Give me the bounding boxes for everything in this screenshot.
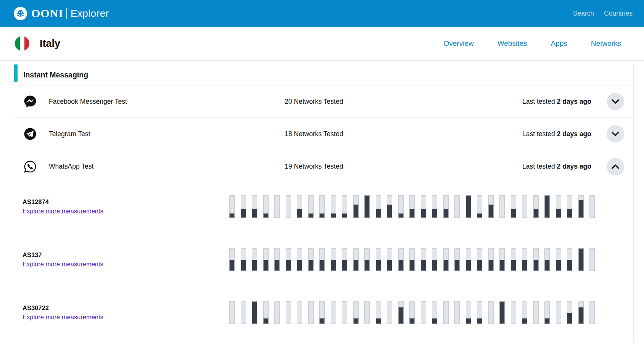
chart-bar[interactable] <box>229 248 235 271</box>
chart-bar[interactable] <box>488 195 494 218</box>
chart-bar[interactable] <box>353 248 359 271</box>
chart-bar[interactable] <box>331 248 336 271</box>
chart-bar[interactable] <box>241 301 246 324</box>
chart-bar[interactable] <box>263 195 269 218</box>
chart-bar[interactable] <box>376 248 381 271</box>
countries-link[interactable]: Countries <box>604 10 633 18</box>
chart-bar[interactable] <box>567 195 572 218</box>
chart-bar[interactable] <box>331 195 336 218</box>
chart-bar[interactable] <box>511 301 516 324</box>
tab-overview[interactable]: Overview <box>444 39 474 48</box>
chart-bar[interactable] <box>499 248 505 271</box>
chart-bar[interactable] <box>421 195 426 218</box>
chart-bar[interactable] <box>499 301 505 324</box>
chart-bar[interactable] <box>511 248 516 271</box>
chart-bar[interactable] <box>443 195 449 218</box>
chart-bar[interactable] <box>409 248 415 271</box>
chart-bar[interactable] <box>319 301 325 324</box>
chart-bar[interactable] <box>229 301 235 324</box>
chart-bar[interactable] <box>454 301 460 324</box>
chart-bar[interactable] <box>387 248 392 271</box>
chart-bar[interactable] <box>263 248 269 271</box>
chart-bar[interactable] <box>466 195 471 218</box>
chart-bar[interactable] <box>454 248 460 271</box>
chart-bar[interactable] <box>589 195 595 218</box>
tab-networks[interactable]: Networks <box>591 39 621 48</box>
chart-bar[interactable] <box>499 195 505 218</box>
chart-bar[interactable] <box>252 248 257 271</box>
chart-bar[interactable] <box>342 248 347 271</box>
chart-bar[interactable] <box>319 248 325 271</box>
chart-bar[interactable] <box>331 301 336 324</box>
chart-bar[interactable] <box>477 195 482 218</box>
chart-bar[interactable] <box>353 195 359 218</box>
chart-bar[interactable] <box>263 301 269 324</box>
chart-bar[interactable] <box>398 195 404 218</box>
chart-bar[interactable] <box>308 248 314 271</box>
chart-bar[interactable] <box>308 301 314 324</box>
chart-bar[interactable] <box>274 248 280 271</box>
chart-bar[interactable] <box>466 248 471 271</box>
chart-bar[interactable] <box>409 195 415 218</box>
chart-bar[interactable] <box>533 248 539 271</box>
chart-bar[interactable] <box>342 301 347 324</box>
collapse-button[interactable] <box>607 158 624 175</box>
chart-bar[interactable] <box>376 195 381 218</box>
chart-bar[interactable] <box>241 248 246 271</box>
tab-websites[interactable]: Websites <box>497 39 527 48</box>
chart-bar[interactable] <box>522 195 527 218</box>
explore-more-link[interactable]: Explore more measurements <box>23 261 103 268</box>
chart-bar[interactable] <box>297 195 302 218</box>
chart-bar[interactable] <box>432 195 437 218</box>
chart-bar[interactable] <box>589 248 595 271</box>
chart-bar[interactable] <box>353 301 359 324</box>
chart-bar[interactable] <box>556 301 561 324</box>
chart-bar[interactable] <box>297 301 302 324</box>
chart-bar[interactable] <box>578 301 584 324</box>
tab-apps[interactable]: Apps <box>551 39 567 48</box>
chart-bar[interactable] <box>466 301 471 324</box>
chart-bar[interactable] <box>522 248 527 271</box>
chart-bar[interactable] <box>398 301 404 324</box>
chart-bar[interactable] <box>252 301 257 324</box>
chart-bar[interactable] <box>376 301 381 324</box>
chart-bar[interactable] <box>297 248 302 271</box>
chart-bar[interactable] <box>556 195 561 218</box>
chart-bar[interactable] <box>488 248 494 271</box>
test-row-whatsapp[interactable]: WhatsApp Test 19 Networks Tested Last te… <box>14 150 633 183</box>
chart-bar[interactable] <box>578 248 584 271</box>
chart-bar[interactable] <box>286 301 291 324</box>
chart-bar[interactable] <box>589 301 595 324</box>
test-row-telegram[interactable]: Telegram Test 18 Networks Tested Last te… <box>14 118 633 150</box>
chart-bar[interactable] <box>409 301 415 324</box>
chart-bar[interactable] <box>477 248 482 271</box>
chart-bar[interactable] <box>578 195 584 218</box>
explore-more-link[interactable]: Explore more measurements <box>23 208 103 215</box>
explore-more-link[interactable]: Explore more measurements <box>23 314 103 321</box>
chart-bar[interactable] <box>567 301 572 324</box>
chart-bar[interactable] <box>274 195 280 218</box>
chart-bar[interactable] <box>567 248 572 271</box>
chart-bar[interactable] <box>432 248 437 271</box>
chart-bar[interactable] <box>387 301 392 324</box>
chart-bar[interactable] <box>544 248 550 271</box>
chart-bar[interactable] <box>432 301 437 324</box>
chart-bar[interactable] <box>364 301 370 324</box>
chart-bar[interactable] <box>308 195 314 218</box>
chart-bar[interactable] <box>342 195 347 218</box>
chart-bar[interactable] <box>533 195 539 218</box>
expand-button[interactable] <box>607 93 624 110</box>
expand-button[interactable] <box>607 125 624 143</box>
chart-bar[interactable] <box>477 301 482 324</box>
search-link[interactable]: Search <box>573 10 594 18</box>
chart-bar[interactable] <box>364 195 370 218</box>
chart-bar[interactable] <box>286 248 291 271</box>
chart-bar[interactable] <box>364 248 370 271</box>
chart-bar[interactable] <box>443 301 449 324</box>
chart-bar[interactable] <box>229 195 235 218</box>
chart-bar[interactable] <box>286 195 291 218</box>
chart-bar[interactable] <box>533 301 539 324</box>
test-row-facebook-messenger[interactable]: Facebook Messenger Test 20 Networks Test… <box>14 85 633 118</box>
chart-bar[interactable] <box>544 195 550 218</box>
chart-bar[interactable] <box>252 195 257 218</box>
